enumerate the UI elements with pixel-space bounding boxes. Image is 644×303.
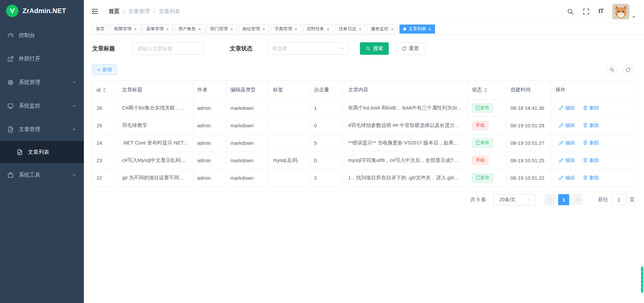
close-icon[interactable]: ×: [327, 27, 330, 32]
next-page-button[interactable]: [572, 194, 583, 205]
page-size-select[interactable]: 20条/页: [493, 194, 536, 205]
tab-label: 岗位管理: [243, 26, 260, 32]
page-number-button[interactable]: 1: [558, 194, 569, 205]
reset-button-label: 重置: [409, 45, 419, 52]
tab-dept-mgmt[interactable]: 部门管理×: [207, 25, 237, 34]
sidebar-item-label: 系统工具: [19, 172, 40, 179]
cell-content: **错误提示** 当电脑更新 VS2017 版本后，如果...: [344, 134, 468, 152]
cell-tags: [269, 169, 310, 187]
app-logo[interactable]: V ZrAdmin.NET: [0, 0, 84, 21]
close-icon[interactable]: ×: [294, 27, 298, 32]
chevron-down-icon: [72, 173, 76, 177]
search-icon[interactable]: [567, 8, 574, 15]
sort-caret-icons[interactable]: [103, 88, 106, 93]
status-badge: 已发布: [472, 138, 493, 147]
cell-operations: 编辑 删除: [551, 152, 635, 169]
article-title-input[interactable]: [132, 42, 204, 55]
close-icon[interactable]: ×: [262, 27, 265, 32]
page-size-value: 20条/页: [499, 197, 515, 203]
edit-article-button[interactable]: 编辑: [559, 105, 575, 111]
close-icon[interactable]: ×: [359, 27, 362, 32]
close-icon[interactable]: ×: [230, 27, 233, 32]
toggle-search-button[interactable]: [607, 64, 617, 75]
user-avatar[interactable]: [612, 4, 636, 19]
cell-id: 24: [93, 134, 118, 152]
tabs-bar: 首页 权限管理× 菜单管理× 用户角色× 部门管理× 岗位管理× 字典管理× 定…: [84, 23, 644, 35]
delete-label: 删除: [589, 105, 599, 111]
sidebar-item-system-tools[interactable]: 系统工具: [0, 163, 84, 187]
status-badge: 草稿: [472, 156, 488, 165]
tab-user-role[interactable]: 用户角色×: [175, 25, 205, 34]
close-icon[interactable]: ×: [428, 27, 431, 32]
sidebar-item-article-list[interactable]: 文章列表: [0, 141, 84, 163]
delete-article-button[interactable]: 删除: [583, 140, 599, 146]
cell-created-at: 08-19 10:51:25: [506, 152, 551, 169]
tab-home[interactable]: 首页: [92, 25, 108, 34]
fullscreen-icon[interactable]: [583, 8, 590, 15]
tab-scheduled-tasks[interactable]: 定时任务×: [303, 25, 333, 34]
scrollbar-thumb[interactable]: [641, 266, 643, 293]
col-label: 操作: [555, 87, 566, 92]
cell-title: c#写入Mysql中文显示乱码 ...: [118, 152, 193, 169]
sidebar-item-system-mgmt[interactable]: 系统管理: [0, 71, 84, 94]
col-label: 标签: [273, 87, 283, 92]
search-button[interactable]: 搜索: [360, 42, 389, 55]
collapse-sidebar-icon[interactable]: [91, 8, 99, 15]
sidebar-item-article-mgmt[interactable]: 文章管理: [0, 118, 84, 141]
cell-status: 草稿: [468, 117, 506, 134]
breadcrumb-item-article-list[interactable]: 文章列表: [159, 8, 180, 15]
breadcrumb-item-article-mgmt[interactable]: 文章管理: [128, 8, 150, 15]
cell-author: admin: [193, 99, 226, 117]
delete-label: 删除: [589, 122, 599, 129]
close-icon[interactable]: ×: [198, 27, 201, 32]
delete-article-button[interactable]: 删除: [583, 175, 599, 181]
caret-down-icon: [632, 15, 636, 19]
tab-article-list[interactable]: 文章列表×: [399, 25, 435, 34]
goto-page-input[interactable]: [611, 194, 627, 205]
prev-page-button[interactable]: [544, 194, 555, 205]
font-size-icon[interactable]: tT: [598, 8, 603, 15]
table-row: 26 C#两个list集合实现关联，... admin markdown 1 有…: [93, 99, 635, 117]
tab-task-logs[interactable]: 任务日志×: [335, 25, 365, 34]
toolbar-right-actions: [607, 64, 635, 75]
col-header-author: 作者: [193, 81, 226, 99]
delete-article-button[interactable]: 删除: [583, 122, 599, 129]
edit-label: 编辑: [565, 157, 575, 164]
sidebar-item-console[interactable]: 控制台: [0, 24, 84, 47]
sidebar-item-external-open[interactable]: 外部打开: [0, 47, 84, 71]
header-actions: tT: [567, 4, 636, 19]
filter-status-label: 文章状态: [230, 45, 253, 52]
sidebar-item-label: 控制台: [19, 32, 35, 39]
cell-created-at: 08-19 10:51:29: [506, 117, 551, 134]
tab-service-monitor[interactable]: 服务监控×: [367, 25, 397, 34]
edit-article-button[interactable]: 编辑: [559, 175, 575, 181]
reset-button[interactable]: 重置: [396, 42, 424, 55]
article-status-select[interactable]: 请选择: [267, 42, 348, 55]
breadcrumb-item-home[interactable]: 首页: [109, 8, 119, 15]
col-header-created-at: 创建时间: [506, 81, 551, 99]
col-header-id[interactable]: id: [93, 81, 118, 99]
close-icon[interactable]: ×: [391, 27, 394, 32]
tab-permission-mgmt[interactable]: 权限管理×: [110, 25, 141, 34]
tab-post-mgmt[interactable]: 岗位管理×: [239, 25, 269, 34]
pencil-icon: [559, 158, 564, 163]
sidebar-item-system-monitor[interactable]: 系统监控: [0, 94, 84, 118]
cell-tags: [269, 134, 310, 152]
tab-dict-mgmt[interactable]: 字典管理×: [271, 25, 301, 34]
tab-label: 服务监控: [371, 26, 388, 32]
sidebar-menu: 控制台 外部打开 系统管理 系统监控 文章管理: [0, 21, 84, 187]
delete-article-button[interactable]: 删除: [583, 105, 599, 111]
add-button[interactable]: + 新增: [92, 64, 117, 75]
col-header-status[interactable]: 状态: [468, 81, 506, 99]
close-icon[interactable]: ×: [166, 27, 169, 32]
refresh-icon: [401, 46, 407, 51]
table-toolbar: + 新增: [92, 64, 635, 75]
sort-caret-icons[interactable]: [484, 88, 487, 93]
refresh-table-button[interactable]: [623, 64, 633, 75]
edit-article-button[interactable]: 编辑: [559, 122, 575, 129]
delete-article-button[interactable]: 删除: [583, 157, 599, 164]
tab-menu-mgmt[interactable]: 菜单管理×: [143, 25, 173, 34]
edit-article-button[interactable]: 编辑: [559, 140, 575, 146]
close-icon[interactable]: ×: [134, 27, 137, 32]
edit-article-button[interactable]: 编辑: [559, 157, 575, 164]
